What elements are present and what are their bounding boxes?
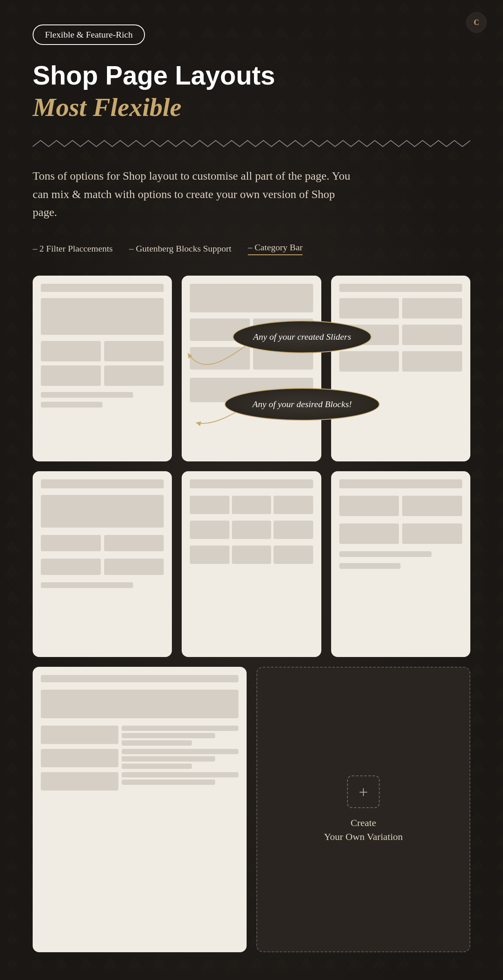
- page-subtitle: Most Flexible: [33, 93, 470, 122]
- layout-card-4: [33, 471, 172, 657]
- feature-tag-gutenberg: – Gutenberg Blocks Support: [129, 243, 231, 254]
- feature-tags: – 2 Filter Placcements – Gutenberg Block…: [33, 242, 470, 255]
- feature-tag-filter: – 2 Filter Placcements: [33, 243, 113, 254]
- page-title: Shop Page Layouts: [33, 61, 470, 90]
- layout-card-1: [33, 276, 172, 461]
- layouts-grid-row3: + Create Your Own Variation: [33, 667, 470, 952]
- layout-card-2: [182, 276, 321, 461]
- create-card-label: Create Your Own Variation: [324, 816, 403, 844]
- layout-card-3: [331, 276, 470, 461]
- create-your-own-card[interactable]: + Create Your Own Variation: [256, 667, 470, 952]
- feature-tag-category: – Category Bar: [248, 242, 303, 255]
- title-section: Shop Page Layouts Most Flexible: [33, 61, 470, 122]
- craftify-icon: C: [466, 12, 487, 33]
- description-text: Tons of options for Shop layout to custo…: [33, 167, 351, 222]
- layout-card-5: [182, 471, 321, 657]
- layouts-grid-row1: [33, 276, 470, 461]
- layout-card-7: [33, 667, 247, 952]
- layout-card-6: [331, 471, 470, 657]
- layouts-grid-row2: [33, 471, 470, 657]
- feature-badge: Flexible & Feature-Rich: [33, 24, 145, 45]
- zigzag-divider: [33, 138, 470, 151]
- create-plus-icon: +: [347, 775, 380, 808]
